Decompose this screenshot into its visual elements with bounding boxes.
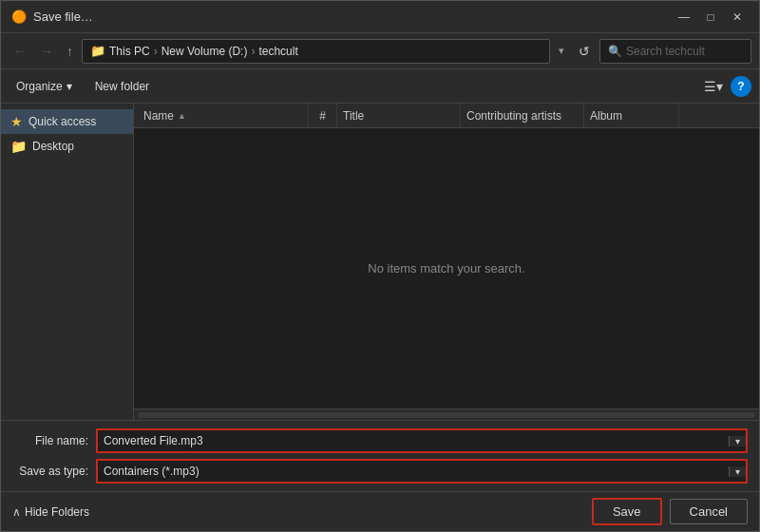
path-segment-thispc: This PC bbox=[109, 45, 150, 58]
address-path[interactable]: 📁 This PC › New Volume (D:) › techcult bbox=[82, 39, 550, 64]
organize-arrow: ▾ bbox=[66, 80, 72, 93]
sidebar-item-quick-access-label: Quick access bbox=[28, 115, 96, 128]
vlc-icon: 🟠 bbox=[10, 9, 28, 26]
save-as-type-row: Save as type: ▾ bbox=[12, 459, 748, 484]
search-placeholder: Search techcult bbox=[626, 45, 705, 58]
window-controls: — □ ✕ bbox=[672, 8, 750, 27]
search-icon: 🔍 bbox=[608, 45, 622, 58]
path-folder-icon: 📁 bbox=[90, 44, 105, 58]
help-button[interactable]: ? bbox=[731, 76, 751, 97]
path-segment-drive: New Volume (D:) bbox=[162, 45, 248, 58]
file-name-dropdown-button[interactable]: ▾ bbox=[729, 436, 746, 446]
toolbar: Organize ▾ New folder ☰▾ ? bbox=[1, 69, 759, 104]
column-header-contributing-artists[interactable]: Contributing artists bbox=[461, 104, 584, 127]
column-header-title[interactable]: Title bbox=[337, 104, 461, 127]
file-name-input[interactable] bbox=[98, 430, 729, 451]
sort-icon: ▲ bbox=[178, 111, 186, 121]
organize-label: Organize bbox=[16, 80, 63, 93]
column-header-number[interactable]: # bbox=[309, 104, 337, 127]
search-box[interactable]: 🔍 Search techcult bbox=[599, 39, 751, 64]
hide-folders-arrow: ∧ bbox=[12, 505, 21, 519]
cancel-button[interactable]: Cancel bbox=[670, 499, 748, 524]
maximize-button[interactable]: □ bbox=[698, 8, 723, 27]
sidebar-item-desktop[interactable]: 📁 Desktop bbox=[1, 134, 133, 159]
star-icon: ★ bbox=[10, 114, 23, 129]
main-content: ★ Quick access 📁 Desktop Name ▲ # Title bbox=[1, 104, 759, 420]
title-bar: 🟠 Save file… — □ ✕ bbox=[1, 1, 759, 33]
minimize-button[interactable]: — bbox=[672, 8, 696, 27]
horizontal-scrollbar[interactable] bbox=[134, 408, 759, 420]
refresh-button[interactable]: ↺ bbox=[573, 41, 596, 62]
forward-button[interactable]: → bbox=[35, 42, 58, 61]
hide-folders-label[interactable]: Hide Folders bbox=[25, 505, 89, 519]
toolbar-right: ☰▾ ? bbox=[700, 76, 751, 97]
organize-button[interactable]: Organize ▾ bbox=[9, 77, 80, 96]
address-bar: ← → ↑ 📁 This PC › New Volume (D:) › tech… bbox=[1, 33, 759, 69]
file-list: Name ▲ # Title Contributing artists Albu… bbox=[134, 104, 759, 420]
column-header-album[interactable]: Album bbox=[584, 104, 679, 127]
save-as-type-input[interactable] bbox=[98, 461, 729, 482]
file-list-body: No items match your search. bbox=[134, 128, 759, 408]
hide-folders-area: ∧ Hide Folders bbox=[12, 505, 584, 519]
file-list-header: Name ▲ # Title Contributing artists Albu… bbox=[134, 104, 759, 128]
file-name-input-wrap: ▾ bbox=[96, 428, 748, 453]
file-name-label: File name: bbox=[12, 434, 88, 447]
sidebar-item-desktop-label: Desktop bbox=[32, 140, 74, 153]
save-button[interactable]: Save bbox=[592, 498, 662, 525]
bottom-form-area: File name: ▾ Save as type: ▾ bbox=[1, 420, 759, 491]
empty-message: No items match your search. bbox=[368, 261, 524, 276]
path-segment-folder: techcult bbox=[258, 45, 297, 58]
column-header-name[interactable]: Name ▲ bbox=[138, 104, 309, 127]
close-button[interactable]: ✕ bbox=[725, 8, 750, 27]
dialog-title: Save file… bbox=[33, 10, 672, 24]
action-bar: ∧ Hide Folders Save Cancel bbox=[1, 491, 759, 531]
save-file-dialog: 🟠 Save file… — □ ✕ ← → ↑ 📁 This PC › New… bbox=[0, 0, 760, 532]
view-mode-button[interactable]: ☰▾ bbox=[700, 77, 727, 96]
new-folder-label: New folder bbox=[95, 80, 149, 93]
folder-icon: 📁 bbox=[10, 139, 27, 154]
back-button[interactable]: ← bbox=[9, 42, 31, 61]
scrollbar-track bbox=[138, 412, 755, 418]
save-as-type-dropdown-button[interactable]: ▾ bbox=[729, 466, 746, 477]
save-as-type-input-wrap: ▾ bbox=[96, 459, 748, 484]
save-as-type-label: Save as type: bbox=[12, 465, 88, 478]
up-button[interactable]: ↑ bbox=[62, 42, 78, 61]
path-dropdown-button[interactable]: ▾ bbox=[554, 43, 569, 59]
sidebar-item-quick-access[interactable]: ★ Quick access bbox=[1, 109, 133, 134]
sidebar: ★ Quick access 📁 Desktop bbox=[1, 104, 134, 420]
new-folder-button[interactable]: New folder bbox=[87, 77, 157, 96]
file-name-row: File name: ▾ bbox=[12, 428, 748, 453]
